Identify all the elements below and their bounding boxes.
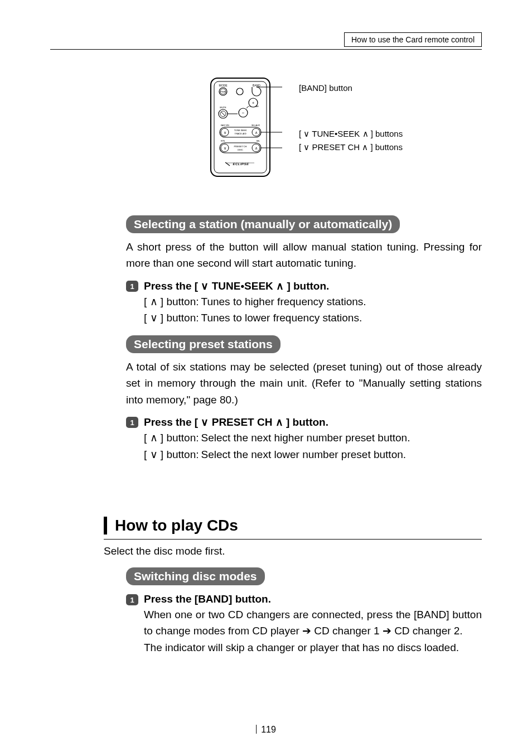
body-text: When one or two CD changers are connecte… (144, 606, 482, 639)
remote-label-tune: [ ∨ TUNE•SEEK ∧ ] buttons (299, 129, 403, 139)
remote-label-preset: [ ∨ PRESET CH ∧ ] buttons (299, 142, 403, 152)
svg-text:∨: ∨ (224, 131, 226, 134)
svg-text:PWR: PWR (220, 90, 225, 93)
svg-text:ECLIPSE: ECLIPSE (233, 162, 249, 166)
header-breadcrumb: How to use the Card remote control (344, 32, 482, 47)
step-instruction: Press the [ ∨ PRESET CH ∧ ] button. (144, 416, 328, 428)
section-title-selecting-preset: Selecting preset stations (126, 335, 280, 353)
step-number-1-icon: 1 (126, 594, 138, 605)
section-title-selecting-station: Selecting a station (manually or automat… (126, 215, 400, 233)
body-text: A short press of the button will allow m… (126, 239, 482, 272)
remote-label-band: [BAND] button (299, 83, 352, 93)
intro-text: Select the disc mode first. (104, 545, 482, 557)
svg-text:1: 1 (130, 596, 134, 604)
svg-text:RTN: RTN (221, 140, 225, 142)
svg-text:FAST⋅DN: FAST⋅DN (221, 124, 229, 127)
header-rule (50, 49, 482, 50)
heading-rule (104, 539, 482, 540)
svg-text:∧: ∧ (255, 131, 258, 134)
svg-text:MODE: MODE (219, 84, 228, 87)
svg-text:TRACK A/D: TRACK A/D (234, 132, 246, 135)
svg-text:SEL⋅AUD: SEL⋅AUD (252, 124, 260, 127)
svg-text:1: 1 (130, 282, 134, 291)
heading-bar: How to play CDs (104, 517, 482, 535)
svg-text:+: + (252, 100, 255, 105)
body-text: The indicator will skip a changer or pla… (144, 639, 482, 656)
svg-text:PRESET CH: PRESET CH (234, 145, 247, 148)
svg-point-7 (236, 88, 243, 95)
sub-desc: Tunes to lower frequency stations. (201, 310, 369, 326)
heading-how-to-play-cds: How to play CDs (115, 517, 482, 535)
step-instruction: Press the [ ∨ TUNE•SEEK ∧ ] button. (144, 280, 329, 292)
svg-text:DISC: DISC (238, 148, 243, 151)
svg-text:BAND: BAND (253, 84, 260, 87)
sub-desc: Tunes to higher frequency stations. (201, 293, 369, 310)
sub-label: [ ∨ ] button: (144, 310, 201, 326)
svg-text:∨: ∨ (224, 146, 226, 150)
section-title-switching-disc: Switching disc modes (126, 567, 265, 585)
step-instruction: Press the [BAND] button. (144, 593, 271, 605)
sub-label: [ ∧ ] button: (144, 430, 201, 446)
step-number-1-icon: 1 (126, 281, 138, 292)
svg-text:MUTE: MUTE (220, 106, 226, 109)
sub-desc: Select the next higher number preset but… (201, 430, 413, 446)
svg-text:1: 1 (130, 418, 134, 427)
remote-illustration: MODE BAND PWR VOLUME + − MUTE FAST⋅DN SE (210, 77, 282, 177)
sub-label: [ ∧ ] button: (144, 293, 201, 310)
svg-text:TUNE SEEK: TUNE SEEK (234, 129, 247, 132)
step-number-1-icon: 1 (126, 417, 138, 428)
svg-text:SEL: SEL (256, 140, 260, 142)
sub-desc: Select the next lower number preset butt… (201, 446, 413, 463)
svg-text:∧: ∧ (255, 146, 258, 150)
svg-text:−: − (242, 110, 245, 115)
body-text: A total of six stations may be selected … (126, 359, 482, 408)
remote-figure: MODE BAND PWR VOLUME + − MUTE FAST⋅DN SE (210, 77, 282, 177)
sub-label: [ ∨ ] button: (144, 446, 201, 463)
page-number: 119 (256, 725, 276, 735)
